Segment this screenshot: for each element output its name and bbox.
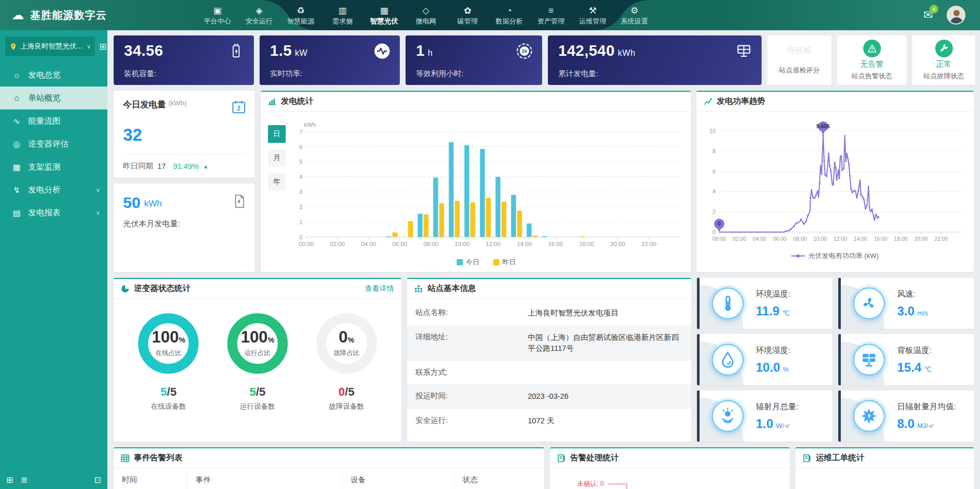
fan-icon xyxy=(853,287,885,320)
sidebar-item-1[interactable]: ☼发电总览 xyxy=(0,64,107,87)
sidebar-item-3[interactable]: ∿能量流图 xyxy=(0,109,107,132)
donut-sublabel: 故障占比 xyxy=(334,349,360,358)
user-avatar[interactable] xyxy=(947,6,965,25)
legend-item-今日[interactable]: 今日 xyxy=(457,258,480,267)
donut-sublabel: 在线占比 xyxy=(152,349,185,358)
annotation-connector xyxy=(608,484,627,489)
site-info-card: 站点基本信息 站点名称:上海良时智慧光伏发电项目详细地址:中国（上海）自由贸易试… xyxy=(407,278,691,442)
sensor-label: 环境湿度: xyxy=(756,345,832,356)
sensor-label: 日辐射量月均值: xyxy=(897,401,974,412)
nav-item-9[interactable]: ≡资产管理 xyxy=(532,4,570,26)
document-bolt-icon xyxy=(232,194,247,209)
alarm-stats-body: 未确认: 0 0% xyxy=(550,468,790,489)
status-label: 站点告警状态 xyxy=(852,71,892,81)
sensor-value-row: 10.0% xyxy=(756,360,832,375)
legend-item-power[interactable]: 光伏发电有功功率 (kW) xyxy=(791,251,878,261)
sidebar-item-6[interactable]: ↯发电分析∨ xyxy=(0,178,107,201)
solar-icon: ▦ xyxy=(380,6,388,16)
sidebar-item-label: 能量流图 xyxy=(28,116,60,127)
nav-item-6[interactable]: ◇微电网 xyxy=(407,4,445,26)
legend-item-昨日[interactable]: 昨日 xyxy=(493,258,516,267)
sidebar-item-5[interactable]: ▦支架监测 xyxy=(0,155,107,178)
svg-text:00:00: 00:00 xyxy=(713,236,726,242)
brand[interactable]: ☁ 基胜能源数字云 xyxy=(0,8,156,22)
sensor-unit: m/s xyxy=(917,309,928,317)
view-details-link[interactable]: 查看详情 xyxy=(365,284,394,294)
generation-bar-chart[interactable]: 01234567kWh00:0002:0004:0006:0008:0010:0… xyxy=(286,118,687,256)
svg-text:04:00: 04:00 xyxy=(753,236,766,242)
event-column-3[interactable]: 设备 xyxy=(342,468,454,489)
svg-text:2: 2 xyxy=(299,204,302,210)
collapse-panel-icon[interactable]: ⊡ xyxy=(94,475,101,485)
station-grid-icon[interactable]: ⊞ xyxy=(99,41,107,52)
svg-text:1: 1 xyxy=(299,219,302,225)
messages-button[interactable]: ✉ 4 xyxy=(924,8,933,22)
droplet-icon xyxy=(712,344,744,376)
svg-text:00:00: 00:00 xyxy=(299,241,314,247)
count-denominator: /5 xyxy=(345,385,354,398)
stat-card-top: 1h24 xyxy=(416,43,533,61)
sensor-value: 11.9 xyxy=(756,304,779,318)
event-column-1[interactable]: 时间 xyxy=(114,468,187,489)
list-toggle-icon[interactable]: ≣ xyxy=(20,475,27,485)
count-denominator: /5 xyxy=(256,385,265,398)
tab-年[interactable]: 年 xyxy=(268,173,286,191)
station-selector[interactable]: 上海良时智慧光伏... ∨ xyxy=(5,36,95,56)
report-icon: ▤ xyxy=(11,208,22,218)
info-row-2: 详细地址:中国（上海）自由贸易试验区临港新片区新四平公路1117号 xyxy=(407,325,691,361)
nav-item-8[interactable]: ◔数据分析 xyxy=(490,4,529,26)
cloud-logo-icon: ☁ xyxy=(11,8,24,22)
nav-item-11[interactable]: ⚙系统设置 xyxy=(615,4,654,26)
line-chart-legend: 光伏发电有功功率 (kW) xyxy=(702,250,969,265)
inverter-status-title: 逆变器状态统计 xyxy=(134,283,191,294)
nav-item-4[interactable]: ▥需求侧 xyxy=(323,4,362,26)
layout-grid-icon[interactable]: ⊞ xyxy=(6,475,13,485)
nav-item-1[interactable]: ▣平台中心 xyxy=(198,4,237,26)
alarm-stats-card: 告警处理统计 未确认: 0 0% xyxy=(550,447,790,489)
info-label: 联系方式: xyxy=(415,368,528,377)
sensor-label: 风速: xyxy=(897,289,974,300)
nav-item-5[interactable]: ▦智慧光伏 xyxy=(365,4,403,26)
nav-item-3[interactable]: ♻智慧能源 xyxy=(281,4,320,26)
nav-item-label: 微电网 xyxy=(416,17,436,26)
svg-text:kWh: kWh xyxy=(304,121,316,128)
donut-inner: 0%故障占比 xyxy=(334,329,360,358)
donut-ring: 100%运行占比 xyxy=(227,313,288,374)
doc-chart-icon xyxy=(557,454,566,462)
stat-value: 142,540kWh xyxy=(558,43,635,61)
power-trend-line-chart[interactable]: 024681000:0002:0004:0006:0008:0010:0012:… xyxy=(702,117,969,250)
svg-text:10:00: 10:00 xyxy=(813,236,827,242)
nav-item-7[interactable]: ✿碳管理 xyxy=(448,4,487,26)
site-info-title: 站点基本信息 xyxy=(427,283,476,294)
svg-text:10:00: 10:00 xyxy=(455,241,470,247)
info-label: 站点名称: xyxy=(415,308,528,319)
sensor-value: 3.0 xyxy=(897,304,914,318)
microgrid-icon: ◇ xyxy=(422,6,429,16)
sidebar-item-2[interactable]: ⌂单站概览 xyxy=(0,87,107,109)
chevron-down-icon: ∨ xyxy=(96,210,100,216)
month-energy-card: 50 kWh 光伏本月发电量: xyxy=(114,184,255,272)
work-order-body xyxy=(795,468,974,489)
sidebar-item-7[interactable]: ▤发电报表∨ xyxy=(0,201,107,224)
pie-chart-icon: ◔ xyxy=(507,6,512,16)
sensor-icon-wrap xyxy=(700,344,756,376)
event-column-2[interactable]: 事件 xyxy=(187,468,341,489)
event-column-4[interactable]: 状态 xyxy=(454,468,544,489)
sensor-unit: ℃ xyxy=(924,365,932,373)
leaf-icon: ✿ xyxy=(464,6,471,16)
sensor-card-2: 风速:3.0m/s xyxy=(838,278,974,329)
brand-title: 基胜能源数字云 xyxy=(30,8,107,22)
donut-percent: 100% xyxy=(241,329,274,348)
sensor-icon-wrap xyxy=(841,400,897,432)
nav-item-2[interactable]: ◈安全运行 xyxy=(240,4,278,26)
nav-item-10[interactable]: ⚒运维管理 xyxy=(573,4,612,26)
avatar-body xyxy=(950,17,963,25)
tab-月[interactable]: 月 xyxy=(268,149,286,167)
svg-text:02:00: 02:00 xyxy=(330,241,345,247)
info-row-3: 联系方式: xyxy=(407,361,691,384)
legend-label: 昨日 xyxy=(503,258,516,267)
stat-card-1: 34.56装机容量: xyxy=(114,35,254,85)
sidebar-menu: ☼发电总览⌂单站概览∿能量流图◎逆变器评估▦支架监测↯发电分析∨▤发电报表∨ xyxy=(0,64,107,224)
tab-日[interactable]: 日 xyxy=(268,125,286,143)
sidebar-item-4[interactable]: ◎逆变器评估 xyxy=(0,132,107,155)
